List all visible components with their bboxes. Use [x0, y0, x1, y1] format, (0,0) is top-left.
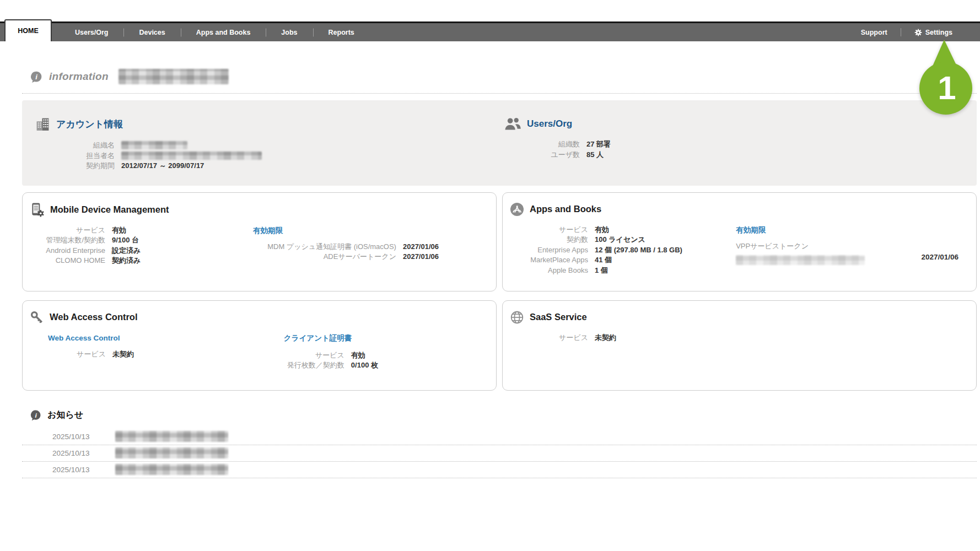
- mdm-expiry-column: 有効期限 MDM プッシュ通知証明書 (iOS/macOS)2027/01/06…: [231, 225, 496, 266]
- news-title: お知らせ: [47, 409, 83, 421]
- globe-icon: [510, 310, 524, 325]
- row-label: ADEサーバートークン: [253, 252, 396, 262]
- row-label: MDM プッシュ通知証明書 (iOS/macOS): [253, 242, 396, 252]
- mdm-card: Mobile Device Management サービス有効 管理端末数/契約…: [22, 192, 497, 291]
- gear-icon: [914, 29, 922, 36]
- settings-label: Settings: [925, 29, 952, 36]
- mdm-status-column: サービス有効 管理端末数/契約数9/100 台 Android Enterpri…: [23, 225, 231, 266]
- saas-service-card: SaaS Service サービス未契約: [502, 300, 977, 391]
- account-row-org-name: 組織名: [22, 141, 499, 150]
- news-item[interactable]: 2025/10/13: [22, 445, 977, 462]
- news-date: 2025/10/13: [52, 449, 96, 457]
- apps-license-count: 100 ライセンス: [595, 235, 645, 245]
- redacted-org-name: [121, 141, 187, 149]
- wac-service-status: 未契約: [112, 349, 134, 359]
- apps-books-card-title: Apps and Books: [530, 204, 601, 214]
- mdm-clomo-home-status: 契約済み: [112, 256, 141, 266]
- wac-service-column: Web Access Control サービス未契約: [23, 333, 278, 371]
- row-label: サービス: [23, 225, 105, 235]
- user-count-value: 85 人: [586, 150, 604, 160]
- information-title: information: [49, 71, 109, 83]
- wac-link[interactable]: Web Access Control: [48, 334, 120, 342]
- row-label: 組織数: [499, 139, 580, 149]
- users-org-block: Users/Org 組織数 27 部署 ユーザ数 85 人: [499, 117, 977, 171]
- news-date: 2025/10/13: [52, 466, 96, 474]
- client-cert-issued-count: 0/100 枚: [351, 360, 378, 370]
- row-label: 契約数: [503, 235, 588, 245]
- nav-tabs: Users/Org Devices Apps and Books Jobs Re…: [60, 23, 370, 41]
- redacted-news-text: [115, 431, 228, 442]
- tab-jobs[interactable]: Jobs: [266, 23, 313, 41]
- info-bubble-icon: i: [30, 71, 42, 83]
- apps-service-status: 有効: [595, 225, 609, 235]
- news-section: i お知らせ 2025/10/13 2025/10/13 2025/10/13: [22, 409, 977, 478]
- row-label: 管理端末数/契約数: [23, 235, 105, 245]
- row-label: Android Enterprise: [23, 246, 105, 256]
- row-label: 発行枚数／契約数: [284, 360, 344, 370]
- row-label: Apple Books: [503, 266, 588, 276]
- redacted-info-text: [119, 69, 229, 84]
- support-link[interactable]: Support: [848, 23, 901, 41]
- row-label: 契約期間: [22, 161, 115, 171]
- account-row-contact-name: 担当者名: [22, 151, 499, 161]
- ade-token-expiry: 2027/01/06: [403, 252, 439, 262]
- org-count-value: 27 部署: [586, 139, 611, 149]
- news-date: 2025/10/13: [52, 433, 96, 441]
- mdm-service-status: 有効: [112, 225, 126, 235]
- saas-card-title: SaaS Service: [530, 312, 587, 322]
- tab-devices[interactable]: Devices: [123, 23, 180, 41]
- news-item[interactable]: 2025/10/13: [22, 462, 977, 478]
- mdm-expiry-link[interactable]: 有効期限: [253, 226, 283, 236]
- redacted-vpp-token: [736, 255, 865, 265]
- news-item[interactable]: 2025/10/13: [22, 429, 977, 445]
- news-bubble-icon: i: [30, 409, 41, 421]
- client-cert-link[interactable]: クライアント証明書: [284, 333, 352, 343]
- users-org-row-users: ユーザ数 85 人: [499, 150, 977, 160]
- apps-expiry-link[interactable]: 有効期限: [736, 226, 766, 234]
- mdm-card-title: Mobile Device Management: [50, 204, 169, 215]
- annotation-badge-1: 1: [915, 40, 980, 118]
- row-label: ユーザ数: [499, 150, 580, 160]
- mdm-android-enterprise-status: 設定済み: [112, 246, 141, 256]
- tab-reports[interactable]: Reports: [313, 23, 370, 41]
- svg-text:i: i: [35, 72, 37, 80]
- apps-status-column: サービス有効 契約数100 ライセンス Enterprise Apps12 個 …: [503, 225, 720, 276]
- top-nav: HOME Users/Org Devices Apps and Books Jo…: [0, 21, 980, 41]
- nav-right: Support Settings: [848, 23, 966, 41]
- apple-books-count: 1 個: [595, 266, 608, 276]
- app-store-icon: [510, 202, 524, 217]
- apps-expiry-column: 有効期限 VPPサービストークン 2027/01/06: [720, 225, 976, 276]
- row-label: サービス: [503, 225, 588, 235]
- row-label: Enterprise Apps: [503, 245, 588, 255]
- redacted-contact-name: [121, 152, 262, 160]
- key-icon: [30, 310, 44, 325]
- settings-link[interactable]: Settings: [901, 23, 966, 41]
- vpp-token-expiry: 2027/01/06: [921, 253, 959, 261]
- tab-apps-and-books[interactable]: Apps and Books: [181, 23, 266, 41]
- tab-users-org[interactable]: Users/Org: [60, 23, 123, 41]
- redacted-news-text: [115, 447, 228, 458]
- row-label: CLOMO HOME: [23, 256, 105, 266]
- account-info-title: アカウント情報: [56, 118, 123, 131]
- buildings-icon: [35, 117, 50, 132]
- client-cert-column: クライアント証明書 サービス有効 発行枚数／契約数0/100 枚: [278, 333, 496, 371]
- enterprise-apps-count: 12 個 (297.80 MB / 1.8 GB): [595, 245, 682, 255]
- row-label: MarketPlace Apps: [503, 255, 588, 265]
- account-row-contract-period: 契約期間 2012/07/17 ～ 2099/07/17: [22, 161, 499, 171]
- mdm-push-cert-expiry: 2027/01/06: [403, 242, 439, 252]
- marketplace-apps-count: 41 個: [595, 255, 612, 265]
- tab-home[interactable]: HOME: [4, 19, 52, 41]
- web-access-control-card: Web Access Control Web Access Control サー…: [22, 300, 497, 391]
- saas-service-status: 未契約: [595, 333, 616, 343]
- row-label: 担当者名: [22, 151, 115, 161]
- wac-card-title: Web Access Control: [50, 312, 138, 322]
- mdm-device-count: 9/100 台: [112, 235, 139, 245]
- apps-books-card: Apps and Books サービス有効 契約数100 ライセンス Enter…: [502, 192, 977, 291]
- redacted-news-text: [115, 464, 228, 475]
- contract-period-value: 2012/07/17 ～ 2099/07/17: [121, 161, 204, 171]
- vpp-token-label: VPPサービストークン: [736, 241, 865, 251]
- account-panel: アカウント情報 組織名 担当者名 契約期間 2012/07/17 ～ 2099/…: [22, 100, 977, 186]
- users-org-title: Users/Org: [527, 118, 572, 129]
- account-info-block: アカウント情報 組織名 担当者名 契約期間 2012/07/17 ～ 2099/…: [22, 117, 499, 171]
- information-header: i information: [22, 69, 977, 94]
